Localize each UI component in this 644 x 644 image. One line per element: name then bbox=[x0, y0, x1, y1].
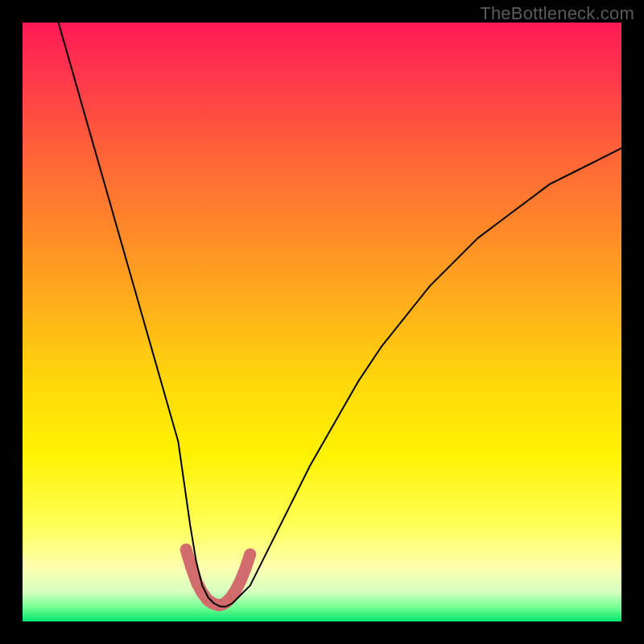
chart-svg bbox=[23, 23, 621, 621]
chart-frame: TheBottleneck.com bbox=[0, 0, 644, 644]
main-curve-path bbox=[59, 23, 621, 606]
plot-area bbox=[23, 23, 621, 621]
watermark-text: TheBottleneck.com bbox=[480, 3, 634, 24]
